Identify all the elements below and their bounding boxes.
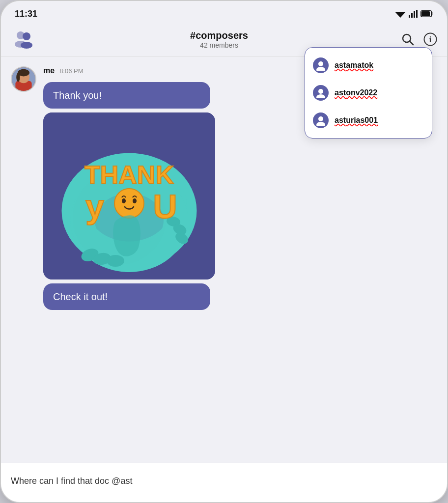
info-icon: i <box>423 32 437 46</box>
wifi-icon <box>395 10 406 18</box>
signal-icon <box>409 10 418 18</box>
input-area: Where can I find that doc @ast <box>1 463 447 502</box>
message-input[interactable]: Where can I find that doc @ast <box>11 476 437 486</box>
svg-point-42 <box>316 122 325 126</box>
status-icons <box>395 10 433 18</box>
avatar <box>11 66 36 92</box>
svg-point-40 <box>316 94 325 98</box>
svg-point-37 <box>318 61 323 66</box>
mention-prefix-3: ast <box>335 116 346 124</box>
user-icon-3 <box>315 115 326 126</box>
status-time: 11:31 <box>15 9 37 19</box>
svg-point-20 <box>16 73 20 82</box>
mention-suffix-3: urias001 <box>346 116 378 124</box>
svg-point-27 <box>107 255 124 267</box>
svg-point-35 <box>133 198 137 203</box>
svg-rect-3 <box>414 11 415 18</box>
svg-point-10 <box>23 32 30 40</box>
mention-prefix-1: ast <box>335 61 346 69</box>
svg-line-13 <box>410 41 413 45</box>
sender-name: me <box>43 66 55 75</box>
avatar-svg <box>12 66 35 92</box>
svg-point-34 <box>122 198 126 203</box>
mention-avatar-2 <box>313 85 329 101</box>
nav-left <box>11 29 40 49</box>
mention-dropdown: astamatok astonv2022 astur <box>305 47 432 139</box>
channel-info: #composers 42 members <box>46 30 392 49</box>
message-time: 8:06 PM <box>59 67 83 75</box>
info-button[interactable]: i <box>423 32 437 46</box>
svg-point-39 <box>318 89 323 94</box>
mention-name-1: astamatok <box>335 61 373 70</box>
svg-point-11 <box>21 42 32 49</box>
user-icon-1 <box>315 60 326 71</box>
avatar-image <box>12 67 35 91</box>
mention-item-3[interactable]: asturias001 <box>305 107 432 134</box>
nav-right: i <box>398 32 437 46</box>
mention-suffix-2: onv2022 <box>346 88 377 97</box>
svg-rect-4 <box>416 10 418 18</box>
people-icon[interactable] <box>11 29 36 49</box>
battery-icon <box>420 10 433 17</box>
svg-marker-0 <box>395 12 406 18</box>
svg-text:U: U <box>153 188 177 225</box>
mention-item-1[interactable]: astamatok <box>305 52 432 79</box>
svg-rect-6 <box>421 11 430 16</box>
svg-text:THANK: THANK <box>84 161 174 189</box>
channel-name: #composers <box>46 30 392 41</box>
mention-avatar-1 <box>313 57 329 73</box>
text-bubble-2: Check it out! <box>43 283 210 310</box>
mention-avatar-3 <box>313 112 329 128</box>
phone-frame: 11:31 <box>0 0 448 503</box>
svg-rect-1 <box>409 15 410 18</box>
mention-name-2: astonv2022 <box>335 88 377 97</box>
search-icon <box>401 33 414 46</box>
status-bar: 11:31 <box>1 1 447 25</box>
mention-suffix-1: amatok <box>346 61 373 69</box>
sticker-bubble: THANK y <box>43 112 215 279</box>
mention-prefix-2: ast <box>335 88 346 97</box>
mention-name-3: asturias001 <box>335 116 378 125</box>
search-button[interactable] <box>401 32 415 46</box>
svg-text:y: y <box>85 188 104 225</box>
thank-you-sticker: THANK y <box>43 112 215 279</box>
mention-item-2[interactable]: astonv2022 <box>305 79 432 107</box>
svg-point-38 <box>316 67 325 71</box>
svg-text:i: i <box>429 35 432 44</box>
user-icon-2 <box>315 87 326 98</box>
svg-point-33 <box>114 189 144 218</box>
svg-rect-2 <box>411 13 413 18</box>
svg-point-41 <box>318 116 323 121</box>
text-bubble-1: Thank you! <box>43 82 210 109</box>
